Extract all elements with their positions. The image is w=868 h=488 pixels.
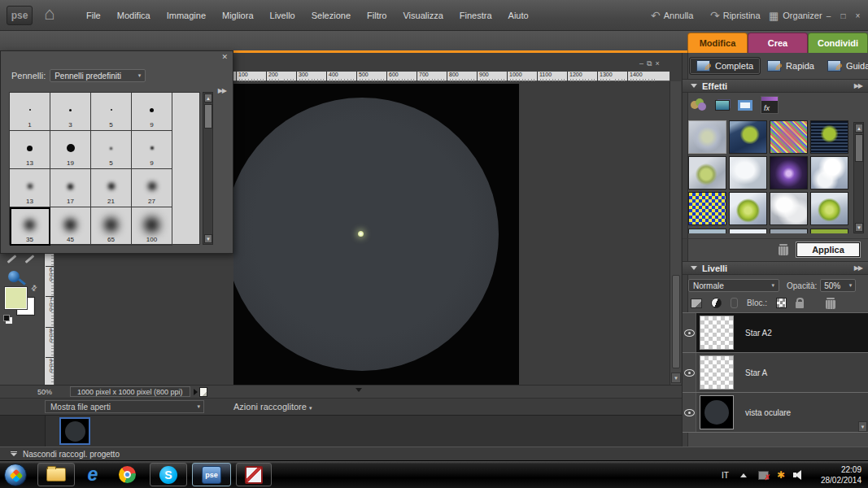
layer-thumbnail[interactable] [700,316,734,350]
layer-visibility-toggle[interactable] [683,353,696,392]
network-error-icon[interactable] [758,471,769,480]
brush-preset-5[interactable]: 5 [91,131,132,169]
blend-mode-dropdown[interactable]: Normale ▾ [688,279,779,292]
taskbar-ie-button[interactable]: e [80,463,106,486]
adjustment-layer-icon[interactable] [711,298,722,308]
hidden-icons-arrow[interactable] [740,473,747,477]
doc-restore-button[interactable]: ⧉ [647,59,652,68]
tab-modifica[interactable]: Modifica [687,33,748,53]
layers-scroll-down-button[interactable]: ▼ [858,421,867,432]
effect-thumbnail-noise[interactable] [770,120,808,154]
scroll-up-button[interactable]: ▲ [855,124,863,133]
window-close-button[interactable]: × [852,11,864,20]
effects-header[interactable]: Effetti ▶▶ [683,79,868,93]
brush-preset-19[interactable]: 19 [50,131,91,169]
brush-preset-9[interactable]: 9 [132,131,172,169]
menu-filtro[interactable]: Filtro [359,0,395,31]
brush-preset-5[interactable]: 5 [91,93,132,131]
language-indicator[interactable]: IT [722,471,729,480]
vertical-scrollbar[interactable]: ▼ [670,81,681,385]
scroll-up-button[interactable]: ▲ [204,94,212,102]
status-arrow-icon[interactable] [194,389,198,395]
undo-button[interactable]: ↶ Annulla [651,0,693,31]
layer-row-vista-oculare[interactable]: vista oculare [683,393,868,433]
brush-preset-9[interactable]: 9 [132,93,172,131]
taskbar-explorer-button[interactable] [37,463,75,486]
effect-thumbnail-partial-3[interactable] [770,229,808,233]
doc-close-button[interactable]: × [655,59,659,68]
collapse-triangle-icon[interactable] [691,266,697,270]
layer-thumbnail[interactable] [700,395,734,429]
delete-layer-icon[interactable] [826,298,835,309]
scroll-down-button[interactable]: ▼ [204,234,212,243]
effect-thumbnail-blue-paint[interactable] [729,120,767,154]
layer-thumbnail[interactable] [700,355,734,390]
bin-actions-menu[interactable]: Azioni raccoglitore ▾ [233,402,312,412]
brush-preset-3[interactable]: 3 [50,93,91,131]
effect-thumbnail-apple-alt[interactable] [810,192,848,225]
brush-preset-dropdown[interactable]: Pennelli predefiniti ▾ [50,69,146,82]
menu-migliora[interactable]: Migliora [214,0,262,31]
edit-mode-rapida[interactable]: Rapida [761,58,821,74]
effect-thumbnail-gray-apple[interactable] [688,156,726,190]
edit-mode-completa[interactable]: Completa [689,57,761,75]
brush-scrollbar-thumb[interactable] [204,104,212,129]
taskbar-skype-button[interactable]: S [150,463,187,486]
layer-opacity-value[interactable]: 50% ▾ [820,279,856,292]
open-file-thumbnail[interactable] [59,417,90,445]
brush-preset-1[interactable]: 1 [10,93,50,131]
brush-preset-17[interactable]: 17 [50,169,91,207]
menu-visualizza[interactable]: Visualizza [395,0,451,31]
brush-preset-35[interactable]: 35 [10,207,50,246]
effect-thumbnail-partial-1[interactable] [688,229,726,233]
frames-category-icon[interactable] [738,100,752,111]
collapse-triangle-icon[interactable] [691,84,697,88]
doc-minimize-button[interactable]: – [639,59,643,68]
tab-crea[interactable]: Crea [748,33,808,53]
menu-file[interactable]: File [78,0,109,31]
layer-name[interactable]: Star A2 [745,329,772,352]
filters-category-icon[interactable] [691,98,707,111]
layer-visibility-toggle[interactable] [683,313,696,352]
brush-preset-100[interactable]: 100 [132,207,172,246]
brush-preset-13[interactable]: 13 [10,169,50,207]
taskbar-photo-editor-button[interactable] [236,463,272,486]
panel-flyout-icon[interactable]: ▶▶ [854,264,862,272]
organizer-button[interactable]: ▦ Organizer [769,0,822,31]
layer-row-star-a[interactable]: Star A [683,353,868,393]
brush-scrollbar[interactable]: ▲ ▼ [203,92,213,245]
start-button[interactable] [4,464,27,486]
effect-thumbnail-color-halftone[interactable] [688,192,726,225]
effects-scrollbar-thumb[interactable] [855,134,863,162]
redo-button[interactable]: ↷ Ripristina [710,0,761,31]
edit-mode-guidata[interactable]: Guidata [821,58,868,74]
notification-icon[interactable]: ✱ [777,469,785,481]
taskbar-chrome-button[interactable] [114,463,140,486]
layer-styles-category-icon[interactable]: fx [761,96,779,114]
brush-preset-45[interactable]: 45 [50,207,91,246]
show-open-files-dropdown[interactable]: Mostra file aperti ▾ [45,400,204,413]
delete-effect-icon[interactable] [779,244,788,255]
home-icon[interactable]: ⌂ [44,3,55,24]
layer-visibility-toggle[interactable] [683,393,696,432]
effect-thumbnail-apple[interactable] [729,192,767,225]
menu-selezione[interactable]: Selezione [303,0,359,31]
window-maximize-button[interactable]: □ [837,11,849,20]
lock-transparency-icon[interactable] [776,298,787,308]
brush-preset-27[interactable]: 27 [132,169,172,207]
scroll-down-button[interactable]: ▼ [671,373,681,383]
panel-flyout-icon[interactable]: ▶▶ [218,87,226,94]
window-minimize-button[interactable]: – [822,11,835,20]
apply-button[interactable]: Applica [796,242,860,257]
menu-finestra[interactable]: Finestra [451,0,500,31]
brush-tool-icon[interactable] [25,255,35,264]
effect-thumbnail-emboss[interactable] [810,156,848,190]
effect-thumbnail-posterize[interactable] [729,156,767,190]
effect-thumbnail-line-halftone[interactable] [810,120,848,154]
brush-preset-21[interactable]: 21 [91,169,132,207]
vertical-scrollbar-thumb[interactable] [672,275,680,368]
panel-flyout-icon[interactable]: ▶▶ [854,82,862,89]
effect-thumbnail-clouds[interactable] [770,192,808,225]
zoom-level[interactable]: 50% [37,388,52,396]
pen-tool-icon[interactable] [7,255,17,264]
